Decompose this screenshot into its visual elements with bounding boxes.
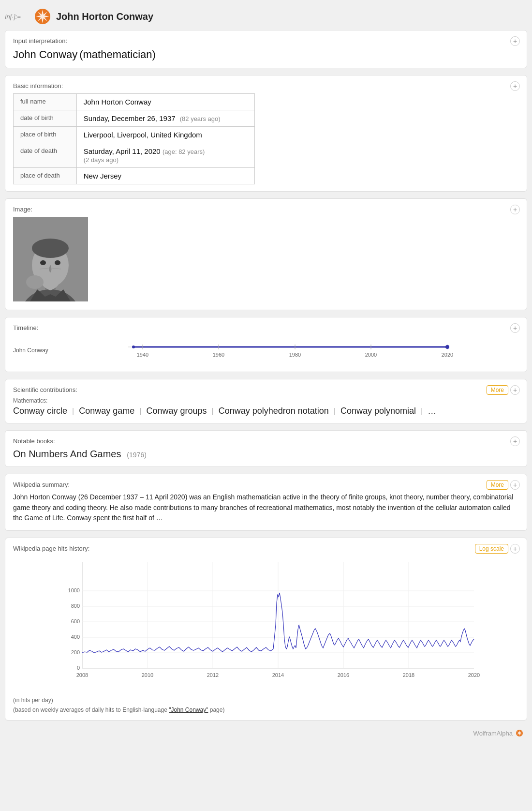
table-row: place of death New Jersey — [14, 168, 255, 184]
book-year: (1976) — [127, 451, 146, 459]
page-header: In[·]:= John Horton Conway — [5, 5, 527, 30]
timeline-person-label: John Conway — [13, 347, 57, 354]
svg-text:400: 400 — [71, 634, 80, 640]
contrib-separator: | — [139, 407, 141, 416]
hits-note1: (in hits per day) — [13, 697, 519, 704]
svg-point-8 — [40, 260, 46, 265]
hits-note2: (based on weekly averages of daily hits … — [13, 706, 519, 713]
svg-text:200: 200 — [71, 649, 80, 655]
input-name: John Conway — [13, 48, 77, 60]
svg-marker-1 — [36, 10, 49, 23]
books-card: Notable books: + On Numbers And Games (1… — [5, 430, 527, 467]
table-row: place of birth Liverpool, Liverpool, Uni… — [14, 127, 255, 143]
input-note: (mathematician) — [79, 48, 156, 60]
contrib-separator: | — [421, 407, 423, 416]
timeline-card: Timeline: + John Conway 1940 1960 1980 — [5, 317, 527, 372]
hits-plus-button[interactable]: + — [510, 544, 520, 554]
input-interpretation-card: Input interpretation: + John Conway (mat… — [5, 30, 527, 68]
svg-point-9 — [55, 260, 60, 265]
field-label: place of death — [14, 168, 77, 184]
svg-text:2020: 2020 — [442, 352, 453, 358]
contrib-item: Conway polynomial — [340, 406, 416, 416]
contrib-separator: | — [334, 407, 336, 416]
page-title: John Horton Conway — [56, 11, 153, 22]
books-plus-button[interactable]: + — [510, 436, 520, 446]
field-label: date of death — [14, 143, 77, 168]
field-value: John Horton Conway — [76, 94, 254, 110]
svg-text:2020: 2020 — [468, 672, 480, 678]
contributions-more-button[interactable]: More — [487, 385, 508, 395]
input-interpretation-label: Input interpretation: — [13, 37, 519, 45]
wiki-text: John Horton Conway (26 December 1937 – 1… — [13, 492, 519, 524]
svg-text:600: 600 — [71, 618, 80, 624]
svg-text:2018: 2018 — [403, 672, 414, 678]
contrib-separator: | — [212, 407, 214, 416]
contributions-plus-button[interactable]: + — [510, 385, 520, 395]
svg-text:2014: 2014 — [272, 672, 284, 678]
svg-text:1940: 1940 — [137, 352, 148, 358]
image-card: Image: + — [5, 198, 527, 310]
svg-text:1000: 1000 — [68, 587, 80, 593]
contrib-item: Conway game — [79, 406, 134, 416]
wolfram-logo-icon — [34, 8, 51, 25]
timeline-chart: 1940 1960 1980 2000 2020 — [57, 337, 519, 363]
wolfram-footer: WolframAlpha — [5, 727, 527, 739]
person-portrait — [13, 217, 88, 301]
wiki-more-button[interactable]: More — [487, 480, 508, 490]
wiki-summary-card: Wikipedia summary: More + John Horton Co… — [5, 474, 527, 531]
field-value: Sunday, December 26, 1937 (82 years ago) — [76, 110, 254, 127]
log-scale-button[interactable]: Log scale — [475, 544, 508, 554]
basic-info-label: Basic information: — [13, 82, 519, 90]
wiki-summary-label: Wikipedia summary: — [13, 481, 519, 488]
dod-age: (age: 82 years) — [163, 148, 205, 155]
books-label: Notable books: — [13, 437, 519, 445]
wolfram-footer-icon — [516, 729, 523, 737]
svg-text:1960: 1960 — [213, 352, 224, 358]
contrib-ellipsis: … — [428, 406, 436, 416]
svg-text:800: 800 — [71, 603, 80, 609]
input-plus-button[interactable]: + — [510, 36, 520, 46]
notebook-label: In[·]:= — [5, 13, 29, 20]
svg-text:2016: 2016 — [338, 672, 349, 678]
contrib-separator: | — [72, 407, 74, 416]
field-label: date of birth — [14, 110, 77, 127]
svg-text:2010: 2010 — [142, 672, 153, 678]
hits-chart-svg: 0 200 400 600 800 1000 2008 2010 2012 20… — [13, 557, 519, 692]
svg-text:2000: 2000 — [365, 352, 377, 358]
contrib-item: Conway circle — [13, 406, 67, 416]
table-row: date of birth Sunday, December 26, 1937 … — [14, 110, 255, 127]
input-interpretation-value: John Conway (mathematician) — [13, 48, 519, 61]
timeline-label: Timeline: — [13, 324, 519, 331]
hits-chart-container: 0 200 400 600 800 1000 2008 2010 2012 20… — [13, 557, 519, 694]
svg-point-26 — [132, 345, 135, 348]
svg-point-25 — [445, 345, 449, 349]
wiki-plus-button[interactable]: + — [510, 480, 520, 490]
book-entry: On Numbers And Games (1976) — [13, 449, 519, 460]
contributions-row: Conway circle | Conway game | Conway gro… — [13, 406, 519, 416]
basic-info-card: Basic information: + full name John Hort… — [5, 75, 527, 192]
field-value: New Jersey — [76, 168, 254, 184]
svg-text:2012: 2012 — [207, 672, 219, 678]
dob-ago: (82 years ago) — [180, 115, 221, 122]
table-row: full name John Horton Conway — [14, 94, 255, 110]
svg-text:1980: 1980 — [289, 352, 301, 358]
svg-text:0: 0 — [77, 665, 80, 671]
dod-days: (2 days ago) — [84, 156, 118, 164]
john-conway-link[interactable]: "John Conway" — [169, 706, 208, 713]
field-label: place of birth — [14, 127, 77, 143]
image-plus-button[interactable]: + — [510, 205, 520, 214]
basic-info-table: full name John Horton Conway date of bir… — [13, 93, 255, 184]
basic-info-plus-button[interactable]: + — [510, 81, 520, 91]
wolfram-brand: WolframAlpha — [473, 730, 513, 737]
svg-point-10 — [26, 275, 44, 289]
timeline-plus-button[interactable]: + — [510, 323, 520, 333]
book-title: On Numbers And Games — [13, 449, 121, 459]
contrib-item: Conway groups — [146, 406, 207, 416]
field-value: Saturday, April 11, 2020 (age: 82 years)… — [76, 143, 254, 168]
image-label: Image: — [13, 206, 519, 213]
contributions-card: Scientific contributions: More + Mathema… — [5, 379, 527, 423]
hits-history-card: Wikipedia page hits history: Log scale +… — [5, 538, 527, 721]
svg-point-7 — [32, 239, 69, 258]
timeline-container: John Conway 1940 1960 1980 2000 2020 — [13, 335, 519, 365]
contrib-item: Conway polyhedron notation — [219, 406, 329, 416]
